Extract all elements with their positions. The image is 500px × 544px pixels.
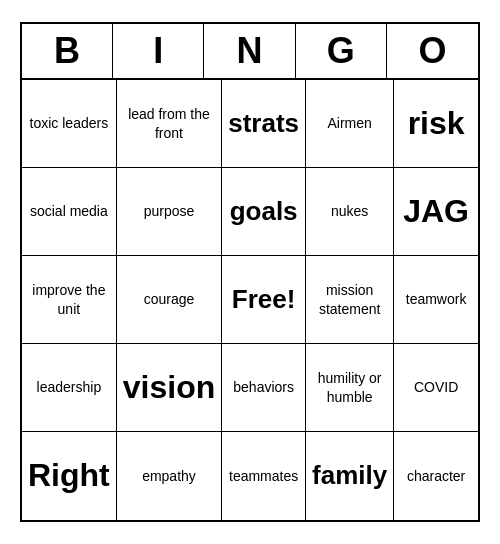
bingo-cell-19: COVID	[394, 344, 478, 432]
bingo-card: BINGO toxic leaderslead from the frontst…	[20, 22, 480, 522]
bingo-cell-10: improve the unit	[22, 256, 117, 344]
bingo-header: BINGO	[22, 24, 478, 80]
bingo-cell-14: teamwork	[394, 256, 478, 344]
bingo-grid: toxic leaderslead from the frontstratsAi…	[22, 80, 478, 520]
bingo-cell-23: family	[306, 432, 394, 520]
bingo-header-letter: N	[204, 24, 295, 78]
bingo-cell-16: vision	[117, 344, 222, 432]
bingo-cell-11: courage	[117, 256, 222, 344]
bingo-cell-4: risk	[394, 80, 478, 168]
bingo-cell-13: mission statement	[306, 256, 394, 344]
bingo-cell-7: goals	[222, 168, 306, 256]
bingo-cell-22: teammates	[222, 432, 306, 520]
bingo-cell-12: Free!	[222, 256, 306, 344]
bingo-cell-3: Airmen	[306, 80, 394, 168]
bingo-cell-6: purpose	[117, 168, 222, 256]
bingo-cell-0: toxic leaders	[22, 80, 117, 168]
bingo-cell-15: leadership	[22, 344, 117, 432]
bingo-header-letter: B	[22, 24, 113, 78]
bingo-header-letter: G	[296, 24, 387, 78]
bingo-cell-21: empathy	[117, 432, 222, 520]
bingo-cell-9: JAG	[394, 168, 478, 256]
bingo-cell-17: behaviors	[222, 344, 306, 432]
bingo-cell-5: social media	[22, 168, 117, 256]
bingo-cell-2: strats	[222, 80, 306, 168]
bingo-cell-24: character	[394, 432, 478, 520]
bingo-cell-18: humility or humble	[306, 344, 394, 432]
bingo-cell-8: nukes	[306, 168, 394, 256]
bingo-header-letter: O	[387, 24, 478, 78]
bingo-header-letter: I	[113, 24, 204, 78]
bingo-cell-20: Right	[22, 432, 117, 520]
bingo-cell-1: lead from the front	[117, 80, 222, 168]
